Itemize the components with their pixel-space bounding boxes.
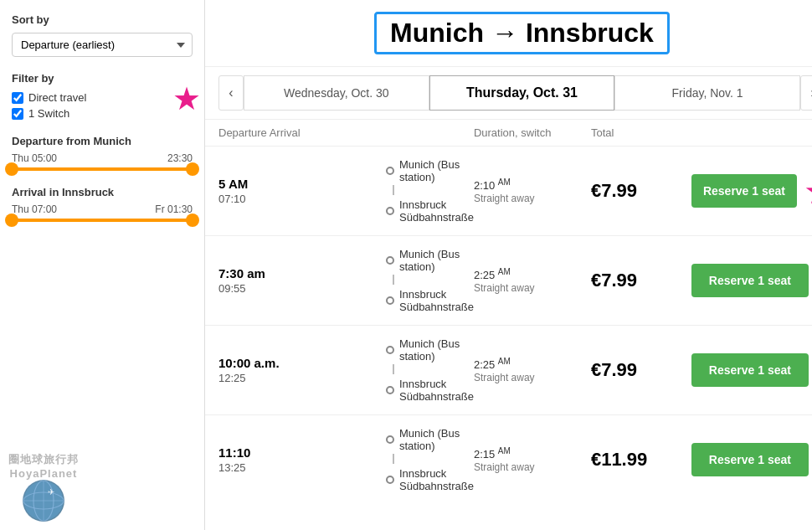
watermark: 圈地球旅行邦 HoyaPlanet ✈ bbox=[8, 452, 79, 522]
dep-time-0: 5 AM bbox=[218, 177, 386, 191]
departure-col-1: 7:30 am 09:55 bbox=[218, 266, 386, 295]
watermark-globe: ✈ bbox=[23, 480, 64, 522]
route-to-3: Innsbruck Südbahnstraße bbox=[386, 467, 474, 492]
date-item-thu[interactable]: Thursday, Oct. 31 bbox=[429, 75, 615, 111]
dur-label-2: Straight away bbox=[474, 372, 591, 383]
dur-label-3: Straight away bbox=[474, 461, 591, 473]
col-empty bbox=[386, 126, 474, 139]
route-from-2: Munich (Bus station) bbox=[386, 337, 474, 363]
price-col-2: €7.99 bbox=[591, 359, 691, 381]
duration-col-2: 2:25 AM Straight away bbox=[474, 357, 591, 383]
duration-col-0: 2:10 AM Straight away bbox=[474, 178, 591, 203]
journey-row: 5 AM 07:10 Munich (Bus station) Innsbruc… bbox=[205, 147, 812, 236]
dep-time-3: 11:10 bbox=[218, 445, 386, 460]
date-nav: ‹ Wednesday, Oct. 30 Thursday, Oct. 31 F… bbox=[205, 67, 812, 120]
route-line-0 bbox=[393, 185, 394, 195]
reserve-btn-0[interactable]: Reserve 1 seat bbox=[691, 174, 797, 208]
route-to-0: Innsbruck Südbahnstraße bbox=[386, 198, 474, 224]
arr-time-1: 09:55 bbox=[218, 282, 386, 295]
from-label-2: Munich (Bus station) bbox=[399, 337, 474, 363]
reserve-col-1: Reserve 1 seat bbox=[691, 264, 812, 297]
dep-time-1: 7:30 am bbox=[218, 266, 386, 280]
filter-star-icon: ★ bbox=[172, 83, 201, 115]
col-total: Total bbox=[591, 126, 691, 139]
departure-col-2: 10:00 a.m. 12:25 bbox=[218, 356, 386, 384]
date-item-wed[interactable]: Wednesday, Oct. 30 bbox=[244, 75, 429, 111]
route-col-2: Munich (Bus station) Innsbruck Südbahnst… bbox=[386, 337, 474, 403]
filter-direct-travel: Direct travel bbox=[12, 91, 193, 104]
col-duration-switch: Duration, switch bbox=[474, 126, 591, 139]
reserve-col-0: Reserve 1 seat ★ bbox=[691, 171, 812, 212]
reserve-btn-1[interactable]: Reserve 1 seat bbox=[691, 264, 809, 297]
arrival-to-label: Fr 01:30 bbox=[155, 203, 193, 215]
filter-1-switch: 1 Switch bbox=[12, 107, 193, 120]
route-to-1: Innsbruck Südbahnstraße bbox=[386, 288, 474, 313]
one-switch-label: 1 Switch bbox=[28, 107, 69, 120]
filter-label: Filter by bbox=[12, 72, 193, 85]
to-label-2: Innsbruck Südbahnstraße bbox=[399, 378, 474, 403]
reserve-btn-3[interactable]: Reserve 1 seat bbox=[691, 443, 809, 476]
stop-dot-to-1 bbox=[386, 296, 394, 305]
reserve-col-2: Reserve 1 seat bbox=[691, 353, 812, 387]
arrival-range-labels: Thu 07:00 Fr 01:30 bbox=[12, 203, 193, 215]
row-star-icon: ★ bbox=[804, 171, 812, 212]
direct-travel-checkbox[interactable] bbox=[12, 92, 23, 104]
stop-dot-from-1 bbox=[386, 256, 394, 265]
arr-time-3: 13:25 bbox=[218, 461, 386, 474]
route-col-1: Munich (Bus station) Innsbruck Südbahnst… bbox=[386, 248, 474, 313]
arr-time-0: 07:10 bbox=[218, 193, 386, 205]
route-col-3: Munich (Bus station) Innsbruck Südbahnst… bbox=[386, 427, 474, 492]
route-from-0: Munich (Bus station) bbox=[386, 158, 474, 183]
departure-range-track bbox=[12, 167, 193, 171]
route-line-2 bbox=[393, 364, 394, 374]
from-label-0: Munich (Bus station) bbox=[399, 158, 474, 183]
duration-col-1: 2:25 AM Straight away bbox=[474, 267, 591, 293]
stop-dot-to-3 bbox=[386, 476, 394, 484]
arrival-range-fill bbox=[12, 219, 193, 222]
route-line-1 bbox=[393, 275, 394, 285]
route-title: Munich → Innsbruck bbox=[374, 12, 670, 54]
route-from-1: Munich (Bus station) bbox=[386, 248, 474, 273]
stop-dot-from-2 bbox=[386, 346, 394, 354]
journey-row: 7:30 am 09:55 Munich (Bus station) Innsb… bbox=[205, 236, 812, 326]
departure-from-label: Thu 05:00 bbox=[12, 152, 57, 164]
one-switch-checkbox[interactable] bbox=[12, 108, 23, 120]
to-label-0: Innsbruck Südbahnstraße bbox=[399, 198, 474, 224]
arrival-range-track bbox=[12, 219, 193, 222]
dur-time-2: 2:25 AM bbox=[474, 357, 591, 371]
arrival-range-title: Arrival in Innsbruck bbox=[12, 186, 193, 198]
dep-time-2: 10:00 a.m. bbox=[218, 356, 386, 370]
dur-label-1: Straight away bbox=[474, 282, 591, 294]
journey-row: 11:10 13:25 Munich (Bus station) Innsbru… bbox=[205, 415, 812, 504]
to-label-1: Innsbruck Südbahnstraße bbox=[399, 288, 474, 313]
stop-dot-from-3 bbox=[386, 435, 394, 444]
arrival-range-section: Arrival in Innsbruck Thu 07:00 Fr 01:30 bbox=[12, 186, 193, 222]
col-departure-arrival: Departure Arrival bbox=[218, 126, 386, 139]
departure-range-thumb-left[interactable] bbox=[5, 162, 18, 176]
reserve-col-3: Reserve 1 seat bbox=[691, 443, 812, 476]
to-label-3: Innsbruck Südbahnstraße bbox=[399, 467, 474, 492]
table-header: Departure Arrival Duration, switch Total bbox=[205, 120, 812, 147]
dur-time-0: 2:10 AM bbox=[474, 178, 591, 192]
from-label-3: Munich (Bus station) bbox=[399, 427, 474, 452]
prev-date-arrow[interactable]: ‹ bbox=[218, 75, 244, 111]
reserve-btn-2[interactable]: Reserve 1 seat bbox=[691, 353, 809, 387]
arrival-range-thumb-left[interactable] bbox=[5, 214, 18, 227]
price-col-3: €11.99 bbox=[591, 449, 691, 471]
from-label-1: Munich (Bus station) bbox=[399, 248, 474, 273]
departure-range-fill bbox=[12, 167, 193, 171]
direct-travel-label: Direct travel bbox=[28, 91, 86, 104]
date-item-fri[interactable]: Friday, Nov. 1 bbox=[614, 75, 800, 111]
departure-range-section: Departure from Munich Thu 05:00 23:30 bbox=[12, 135, 193, 171]
departure-col-3: 11:10 13:25 bbox=[218, 445, 386, 474]
watermark-line2: HoyaPlanet bbox=[10, 467, 78, 480]
sort-select[interactable]: Departure (earliest) bbox=[12, 33, 193, 57]
next-date-arrow[interactable]: › bbox=[800, 75, 812, 111]
journey-list: 5 AM 07:10 Munich (Bus station) Innsbruc… bbox=[205, 147, 812, 504]
price-col-1: €7.99 bbox=[591, 270, 691, 291]
dur-time-1: 2:25 AM bbox=[474, 267, 591, 281]
arrival-from-label: Thu 07:00 bbox=[12, 203, 57, 215]
svg-text:✈: ✈ bbox=[48, 487, 54, 497]
arrival-range-thumb-right[interactable] bbox=[186, 214, 199, 227]
departure-range-thumb-right[interactable] bbox=[186, 162, 199, 176]
